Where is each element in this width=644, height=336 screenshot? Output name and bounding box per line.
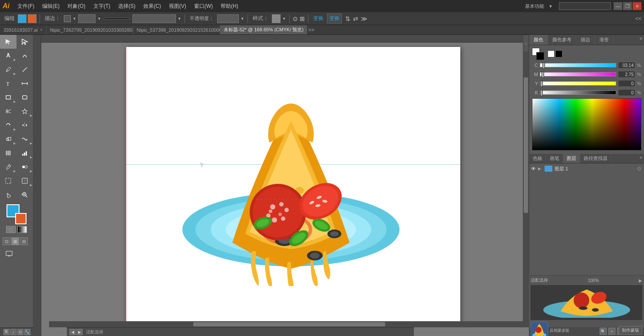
minimize-button[interactable]: —	[614, 2, 622, 10]
color-panel-tab[interactable]: 颜色	[529, 35, 548, 45]
draw-mode-inside[interactable]: ⊞	[11, 237, 19, 245]
rectangle-tool-btn[interactable]: ▶	[0, 90, 17, 104]
make-mask-button[interactable]: 制作蒙版	[619, 326, 642, 335]
horizontal-scrollbar-thumb[interactable]	[193, 322, 385, 326]
next-page-button[interactable]: ▶	[76, 329, 83, 335]
draw-mode-normal[interactable]: ⊡	[3, 237, 10, 245]
black-value[interactable]: 0	[618, 89, 635, 96]
mesh-tool-btn[interactable]	[0, 146, 17, 160]
menu-object[interactable]: 对象(O)	[64, 1, 89, 11]
menu-effect[interactable]: 效果(C)	[140, 1, 165, 11]
eyedropper-tool-btn[interactable]: ▶	[0, 160, 17, 174]
search-input[interactable]	[559, 2, 611, 10]
more-options-icon[interactable]: ≫	[361, 15, 367, 22]
layer-name[interactable]: 图层 1	[555, 166, 635, 172]
transform-icon1[interactable]: ⇅	[345, 15, 350, 22]
stroke-width-input[interactable]	[78, 14, 96, 23]
screen-mode-btn[interactable]	[3, 249, 16, 259]
color-swap-icon[interactable]	[532, 48, 544, 60]
yellow-value[interactable]: 0	[618, 80, 635, 87]
menu-type[interactable]: 文字(T)	[90, 1, 114, 11]
menu-edit[interactable]: 编辑(E)	[39, 1, 63, 11]
layer-expand-icon[interactable]: ▶	[538, 166, 542, 171]
slice-tool-btn[interactable]: ▶	[17, 174, 33, 188]
magenta-value[interactable]: 2.75	[618, 71, 635, 78]
rotate-tool-btn[interactable]: ▶	[0, 118, 17, 132]
tabs-expand-button[interactable]: >>	[307, 25, 316, 34]
cyan-slider-thumb[interactable]	[542, 63, 545, 69]
white-color-chip[interactable]	[548, 50, 555, 57]
menu-view[interactable]: 视图(V)	[165, 1, 190, 11]
stroke-swatch[interactable]	[64, 15, 71, 22]
menu-file[interactable]: 文件(F)	[14, 1, 38, 11]
black-slider[interactable]	[540, 90, 616, 95]
opacity-input[interactable]: 100%	[217, 14, 239, 23]
stroke-tab[interactable]: 描边	[576, 35, 595, 45]
pen-tool-btn[interactable]: ▶	[0, 49, 17, 63]
zoom-tool-btn[interactable]	[17, 188, 33, 202]
color-guide-tab[interactable]: 颜色参考	[548, 35, 576, 45]
magenta-slider[interactable]	[540, 72, 616, 77]
stroke-color-swatch[interactable]	[28, 14, 36, 23]
background-color[interactable]	[15, 213, 26, 224]
pencil-tool-btn[interactable]: ▶	[0, 63, 17, 77]
stroke-type-input[interactable]: 基本	[132, 14, 176, 23]
restore-button[interactable]: ❐	[623, 2, 632, 10]
layer-lock-icon[interactable]: ⊙	[637, 166, 643, 172]
gradient-mesh-tool-btn[interactable]: ▶	[17, 146, 33, 160]
style-swatch[interactable]	[272, 14, 281, 23]
selection-tool-btn[interactable]	[0, 35, 17, 49]
yellow-slider[interactable]	[540, 81, 616, 86]
tab-3[interactable]: Nipic_537398_20190929202152610000.ai ×	[133, 25, 220, 34]
swatches-tab[interactable]: 色板	[529, 154, 546, 163]
transform-icon2[interactable]: ⇄	[353, 15, 358, 22]
rounded-rect-tool-btn[interactable]	[17, 90, 33, 104]
artboard-tool-btn[interactable]	[0, 174, 17, 188]
panel-menu-icon[interactable]: ≡	[638, 35, 644, 45]
direct-selection-tool-btn[interactable]	[17, 35, 33, 49]
layer-visibility-icon[interactable]: 👁	[530, 166, 536, 172]
layer-row-1[interactable]: 👁 ▶ 图层 1 ⊙	[529, 163, 644, 174]
bottom-left-btn-1[interactable]: 英	[3, 329, 10, 335]
black-slider-thumb[interactable]	[540, 90, 543, 96]
crop-icon[interactable]: ⊞	[300, 15, 305, 22]
draw-mode-behind[interactable]: ⊟	[20, 237, 28, 245]
vertical-scrollbar-thumb[interactable]	[524, 77, 528, 213]
menu-select[interactable]: 选择(S)	[115, 1, 139, 11]
collapse-icon[interactable]: <<	[635, 16, 641, 22]
horizontal-scrollbar[interactable]	[49, 321, 529, 327]
rpanel-expand-button[interactable]: ‹	[523, 35, 529, 52]
curvature-tool-btn[interactable]	[17, 49, 33, 63]
yellow-slider-thumb[interactable]	[540, 81, 543, 87]
black-color-chip[interactable]	[555, 50, 562, 57]
tab-4-active[interactable]: 未标题-52* @ 168.65% (CMYK/ 预览) ×	[220, 25, 307, 34]
color-bg-swatch[interactable]	[536, 52, 544, 60]
bottom-left-btn-2[interactable]: ♪	[10, 329, 17, 335]
text-tool-btn[interactable]: T	[0, 77, 17, 90]
reflect-tool-btn[interactable]	[17, 118, 33, 132]
none-color-btn[interactable]: ⬚	[6, 226, 16, 233]
fill-color-swatch[interactable]	[18, 14, 26, 23]
line-tool-btn[interactable]	[17, 63, 33, 77]
canvas-area[interactable]: ◀ ▶ 适配选择	[33, 35, 529, 336]
tab-1-close[interactable]: ×	[40, 27, 43, 32]
warp-tool-btn[interactable]: ▶	[17, 132, 33, 146]
layers-menu-icon[interactable]: ≡	[638, 154, 644, 163]
prev-page-button[interactable]: ◀	[69, 329, 76, 335]
vertical-scrollbar[interactable]	[523, 50, 529, 321]
bottom-left-btn-3[interactable]: ⊡	[17, 329, 23, 335]
gradient-tab[interactable]: 渐变	[595, 35, 614, 45]
workspace-dropdown-icon[interactable]: ▼	[548, 4, 553, 9]
menu-window[interactable]: 窗口(W)	[191, 1, 216, 11]
transform-btn[interactable]: 变换	[327, 13, 342, 23]
close-button[interactable]: ✕	[633, 2, 641, 10]
cyan-slider[interactable]	[540, 63, 616, 67]
scale-tool-btn[interactable]: ▶	[0, 132, 17, 146]
star-tool-btn[interactable]: ▶	[17, 104, 33, 118]
cyan-value[interactable]: 03.14	[618, 62, 635, 69]
bottom-left-btn-4[interactable]: 🔧	[24, 329, 30, 335]
brushes-tab[interactable]: 画笔	[546, 154, 563, 163]
tab-1[interactable]: 33916183037.ai ×	[0, 25, 46, 34]
line-segment-tool-btn[interactable]	[17, 77, 33, 90]
layers-tab[interactable]: 图层	[563, 154, 580, 163]
